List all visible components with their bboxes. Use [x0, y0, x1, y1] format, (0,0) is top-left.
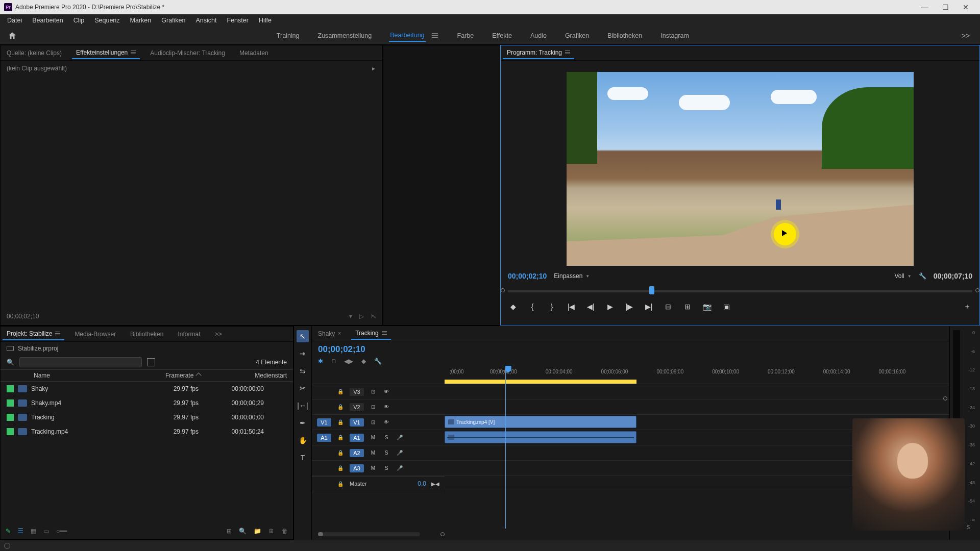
source-patch-v1[interactable]: V1: [317, 418, 331, 427]
timeline-tab-tracking[interactable]: Tracking: [351, 328, 391, 340]
export-frame-button[interactable]: 📷: [702, 302, 712, 312]
expand-icon[interactable]: ▶◀: [431, 480, 439, 488]
solo-icon[interactable]: S: [382, 434, 390, 442]
workspace-tab-effekte[interactable]: Effekte: [491, 30, 513, 41]
snap-icon[interactable]: ✱: [318, 358, 323, 365]
workspace-tab-grafiken[interactable]: Grafiken: [564, 30, 590, 41]
window-minimize-button[interactable]: —: [915, 0, 935, 14]
mute-icon[interactable]: M: [369, 449, 377, 457]
workspace-overflow-button[interactable]: >>: [962, 32, 970, 40]
lock-icon[interactable]: 🔒: [336, 480, 345, 488]
panel-menu-icon[interactable]: [382, 331, 387, 335]
lock-icon[interactable]: 🔒: [336, 418, 345, 427]
tab-bibliotheken[interactable]: Bibliotheken: [126, 329, 167, 340]
razor-tool[interactable]: ✂: [297, 382, 309, 394]
track-header-a2[interactable]: 🔒 A2 M S 🎤: [312, 445, 445, 461]
automate-to-sequence-icon[interactable]: ⊞: [227, 528, 232, 535]
project-tabs-overflow[interactable]: >>: [210, 329, 226, 340]
audio-clip[interactable]: [445, 431, 636, 443]
solo-icon[interactable]: S: [382, 464, 390, 472]
expand-arrow-icon[interactable]: ▸: [372, 65, 375, 72]
voice-over-icon[interactable]: 🎤: [396, 449, 404, 457]
lock-icon[interactable]: 🔒: [336, 464, 345, 472]
toggle-track-output-icon[interactable]: 👁: [382, 403, 390, 411]
timeline-current-timecode[interactable]: 00;00;02;10: [318, 344, 943, 355]
panel-menu-icon[interactable]: [55, 332, 60, 335]
track-header-a3[interactable]: 🔒 A3 M S 🎤: [312, 461, 445, 476]
column-header-framerate[interactable]: Framerate: [165, 372, 222, 379]
add-marker-icon[interactable]: ◀▶: [344, 358, 353, 365]
mark-out-button[interactable]: }: [547, 302, 557, 312]
lock-icon[interactable]: 🔒: [336, 403, 345, 411]
workspace-tab-bearbeitung[interactable]: Bearbeitung: [389, 30, 425, 42]
project-item-row[interactable]: Shaky.mp4 29,97 fps 00;00;00;29: [1, 396, 293, 410]
play-button[interactable]: ▶: [605, 302, 615, 312]
window-close-button[interactable]: ✕: [955, 0, 976, 14]
tab-metadaten[interactable]: Metadaten: [235, 47, 273, 59]
project-item-row[interactable]: Tracking.mp4 29,97 fps 00;01;50;24: [1, 424, 293, 439]
track-header-v2[interactable]: 🔒 V2 ⊡ 👁: [312, 399, 445, 415]
panel-menu-icon[interactable]: [565, 51, 570, 54]
column-header-medienstart[interactable]: Medienstart: [226, 372, 287, 379]
type-tool[interactable]: T: [297, 452, 309, 464]
project-item-row[interactable]: Tracking 29,97 fps 00;00;00;00: [1, 410, 293, 424]
comparison-view-button[interactable]: ▣: [721, 302, 731, 312]
tab-effekteinstellungen[interactable]: Effekteinstellungen: [72, 47, 140, 59]
close-tab-icon[interactable]: ×: [338, 331, 341, 336]
new-bin-from-search-icon[interactable]: [147, 358, 155, 366]
icon-view-icon[interactable]: ▦: [31, 528, 36, 535]
workspace-tab-bibliotheken[interactable]: Bibliotheken: [606, 30, 643, 41]
freeform-view-icon[interactable]: ▭: [43, 528, 49, 535]
menu-hilfe[interactable]: Hilfe: [254, 16, 277, 25]
timeline-zoom-scrollbar[interactable]: [318, 532, 420, 536]
out-point-icon[interactable]: [975, 288, 979, 292]
menu-bearbeiten[interactable]: Bearbeiten: [27, 16, 68, 25]
menu-marken[interactable]: Marken: [125, 16, 157, 25]
solo-icon[interactable]: S: [382, 449, 390, 457]
tab-programm[interactable]: Programm: Tracking: [503, 47, 574, 59]
track-header-a1[interactable]: A1 🔒 A1 M S 🎤: [312, 430, 445, 445]
work-area-bar[interactable]: [445, 380, 636, 384]
video-clip[interactable]: Tracking.mp4 [V]: [445, 416, 636, 428]
linked-selection-icon[interactable]: ⊓: [331, 358, 336, 365]
zoom-slider-icon[interactable]: ○━━: [56, 528, 67, 535]
mute-icon[interactable]: M: [369, 464, 377, 472]
mute-icon[interactable]: M: [369, 434, 377, 442]
list-view-icon[interactable]: ☰: [18, 528, 23, 535]
program-playhead[interactable]: [649, 286, 654, 294]
menu-ansicht[interactable]: Ansicht: [191, 16, 222, 25]
workspace-tab-farbe[interactable]: Farbe: [456, 30, 475, 41]
scrollbar-thumb[interactable]: [318, 532, 323, 536]
timeline-ruler[interactable]: ;00;00 00;00;02;00 00;00;04;00 00;00;06;…: [445, 366, 949, 384]
in-point-icon[interactable]: [501, 288, 505, 292]
zoom-handle-icon[interactable]: [440, 532, 445, 536]
menu-grafiken[interactable]: Grafiken: [156, 16, 190, 25]
toggle-track-output-icon[interactable]: 👁: [382, 388, 390, 396]
track-header-master[interactable]: 🔒 Master 0,0 ▶◀: [312, 476, 445, 491]
quality-dropdown[interactable]: Voll ▼: [894, 272, 911, 280]
track-row-v2[interactable]: [445, 399, 949, 415]
window-maximize-button[interactable]: ☐: [935, 0, 955, 14]
workspace-tab-zusammenstellung[interactable]: Zusammenstellung: [317, 30, 373, 41]
home-button[interactable]: [0, 31, 24, 40]
program-monitor-video[interactable]: [567, 72, 914, 266]
play-only-icon[interactable]: ▷: [359, 313, 364, 320]
project-search-input[interactable]: [19, 357, 142, 367]
program-current-timecode[interactable]: 00;00;02;10: [508, 272, 547, 280]
settings-wrench-icon[interactable]: 🔧: [919, 272, 926, 280]
write-tool-icon[interactable]: ✎: [6, 528, 11, 535]
delete-icon[interactable]: 🗑: [282, 528, 288, 535]
sync-lock-icon[interactable]: ⊡: [369, 418, 377, 427]
lock-icon[interactable]: 🔒: [336, 449, 345, 457]
find-icon[interactable]: 🔍: [239, 528, 247, 535]
slip-tool[interactable]: |↔|: [297, 399, 309, 412]
go-to-in-button[interactable]: |◀: [566, 302, 576, 312]
track-header-v1[interactable]: V1 🔒 V1 ⊡ 👁: [312, 415, 445, 430]
tab-projekt[interactable]: Projekt: Stabilize: [3, 328, 64, 340]
voice-over-icon[interactable]: 🎤: [396, 464, 404, 472]
column-header-name[interactable]: Name: [34, 372, 161, 379]
lock-icon[interactable]: 🔒: [336, 388, 345, 396]
toggle-track-output-icon[interactable]: 👁: [382, 418, 390, 427]
track-row-v3[interactable]: [445, 384, 949, 399]
go-to-out-button[interactable]: ▶|: [644, 302, 654, 312]
